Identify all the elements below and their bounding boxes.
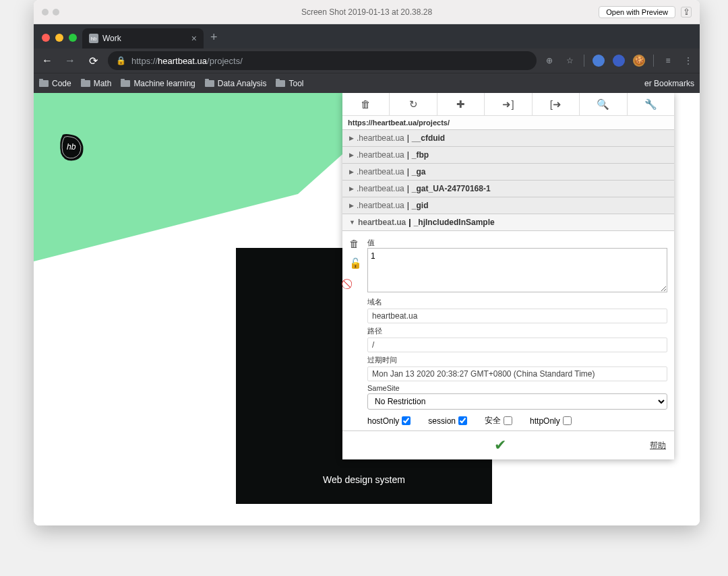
star-icon[interactable]: ☆ [564, 55, 576, 67]
forward-button[interactable]: → [62, 55, 78, 67]
bookmark-ml[interactable]: Machine learning [121, 79, 195, 88]
expires-input[interactable] [367, 366, 667, 381]
tab-title: Work [102, 34, 121, 43]
block-icon[interactable]: ⃠ [349, 278, 362, 290]
domain-label: 域名 [367, 297, 667, 307]
share-icon[interactable]: ⇪ [681, 7, 692, 18]
favicon-icon: hb [89, 34, 98, 43]
chevron-right-icon: ▶ [349, 202, 354, 209]
cookie-row[interactable]: ▶.heartbeat.ua|_fbp [342, 147, 674, 164]
hostonly-check[interactable]: hostOnly [367, 416, 411, 426]
cookie-row-expanded[interactable]: ▼heartbeat.ua|_hjIncludedInSample [342, 214, 674, 231]
bookmarks-bar: Code Math Machine learning Data Analysis… [34, 73, 700, 93]
value-label: 值 [367, 238, 667, 248]
mac-traffic-lights [42, 9, 59, 15]
confirm-button[interactable]: ✔ [494, 437, 506, 454]
export-button[interactable]: [➜ [533, 93, 580, 116]
folder-icon [81, 80, 90, 87]
other-bookmarks[interactable]: er Bookmarks [644, 79, 694, 88]
help-link[interactable]: 帮助 [650, 440, 666, 451]
folder-icon [276, 80, 285, 87]
mac-titlebar: Screen Shot 2019-01-13 at 20.38.28 Open … [34, 0, 700, 24]
divider [584, 55, 584, 67]
chrome-toolbar: ← → ⟳ 🔒 https://heartbeat.ua/projects/ ⊕… [34, 49, 700, 73]
refresh-button[interactable]: ↻ [390, 93, 437, 116]
cookie-detail: 🗑 🔓 ⃠ 值 1 域名 路径 过期时间 SameSite No Restric… [342, 231, 674, 430]
folder-icon [39, 80, 49, 87]
url-text: https://heartbeat.ua/projects/ [131, 56, 243, 66]
lock-icon: 🔒 [116, 56, 126, 65]
folder-icon [205, 80, 214, 87]
cookie-row[interactable]: ▶.heartbeat.ua|__cfduid [342, 130, 674, 147]
session-check[interactable]: session [428, 416, 467, 426]
delete-all-button[interactable]: 🗑 [342, 93, 390, 116]
panel-url: https://heartbeat.ua/projects/ [342, 116, 674, 130]
translate-icon[interactable]: ⊕ [543, 55, 555, 67]
cookie-editor-panel: 🗑 ↻ ✚ ➜] [➜ 🔍 🔧 https://heartbeat.ua/pro… [342, 93, 674, 459]
bookmark-data[interactable]: Data Analysis [205, 79, 267, 88]
cookie-row[interactable]: ▶.heartbeat.ua|_gid [342, 197, 674, 214]
new-tab-button[interactable]: + [204, 30, 224, 49]
panel-toolbar: 🗑 ↻ ✚ ➜] [➜ 🔍 🔧 [342, 93, 674, 116]
window-close-icon[interactable] [42, 34, 50, 42]
quicklook-index-icon[interactable] [53, 9, 59, 15]
mac-window: Screen Shot 2019-01-13 at 20.38.28 Open … [34, 0, 700, 525]
secure-check[interactable]: 安全 [485, 415, 512, 426]
quicklook-close-icon[interactable] [42, 9, 49, 15]
samesite-select[interactable]: No Restriction [367, 393, 667, 410]
chevron-right-icon: ▶ [349, 135, 354, 141]
cookie-extension-icon[interactable]: 🍪 [633, 55, 645, 67]
open-with-preview-button[interactable]: Open with Preview [599, 6, 675, 18]
extension-icon-2[interactable] [613, 55, 625, 67]
window-minimize-icon[interactable] [55, 34, 63, 42]
reload-button[interactable]: ⟳ [85, 55, 101, 67]
devices-icon[interactable]: ≡ [662, 55, 674, 67]
cookie-row[interactable]: ▶.heartbeat.ua|_ga [342, 164, 674, 181]
heartbeat-logo[interactable]: hb [54, 130, 89, 165]
card-title: Web design system [323, 474, 405, 485]
path-label: 路径 [367, 326, 667, 336]
extension-icons: ⊕ ☆ 🍪 ≡ ⋮ [543, 55, 694, 67]
expires-label: 过期时间 [367, 355, 667, 365]
value-textarea[interactable]: 1 [367, 248, 667, 292]
bookmark-tool[interactable]: Tool [276, 79, 303, 88]
back-button[interactable]: ← [39, 55, 55, 67]
divider [653, 55, 654, 67]
tab-work[interactable]: hb Work × [82, 28, 204, 49]
chevron-down-icon: ▼ [349, 219, 355, 226]
window-maximize-icon[interactable] [69, 34, 77, 42]
chevron-right-icon: ▶ [349, 185, 354, 192]
chevron-right-icon: ▶ [349, 168, 354, 175]
chrome-browser: hb Work × + ← → ⟳ 🔒 https://heartbeat.ua… [34, 24, 700, 93]
menu-icon[interactable]: ⋮ [682, 55, 694, 67]
path-input[interactable] [367, 338, 667, 352]
import-button[interactable]: ➜] [485, 93, 532, 116]
folder-icon [121, 80, 130, 87]
page-content: hb Web design system 🗑 ↻ ✚ ➜] [➜ 🔍 🔧 htt… [34, 93, 700, 525]
address-bar[interactable]: 🔒 https://heartbeat.ua/projects/ [108, 51, 537, 70]
httponly-check[interactable]: httpOnly [530, 416, 572, 426]
tab-close-icon[interactable]: × [191, 33, 197, 44]
bookmark-math[interactable]: Math [81, 79, 112, 88]
panel-footer: ✔ 帮助 [342, 430, 674, 459]
delete-cookie-icon[interactable]: 🗑 [349, 238, 362, 249]
mac-window-title: Screen Shot 2019-01-13 at 20.38.28 [301, 7, 432, 17]
search-button[interactable]: 🔍 [580, 93, 627, 116]
samesite-label: SameSite [367, 384, 667, 392]
svg-text:hb: hb [67, 142, 76, 152]
chevron-right-icon: ▶ [349, 152, 354, 158]
cookie-row[interactable]: ▶.heartbeat.ua|_gat_UA-24770168-1 [342, 181, 674, 197]
add-button[interactable]: ✚ [437, 93, 485, 116]
settings-button[interactable]: 🔧 [628, 93, 674, 116]
extension-icon-1[interactable] [593, 55, 605, 67]
chrome-tabstrip: hb Work × + [34, 24, 700, 49]
unlock-icon[interactable]: 🔓 [349, 257, 362, 269]
domain-input[interactable] [367, 309, 667, 323]
bookmark-code[interactable]: Code [39, 79, 71, 88]
